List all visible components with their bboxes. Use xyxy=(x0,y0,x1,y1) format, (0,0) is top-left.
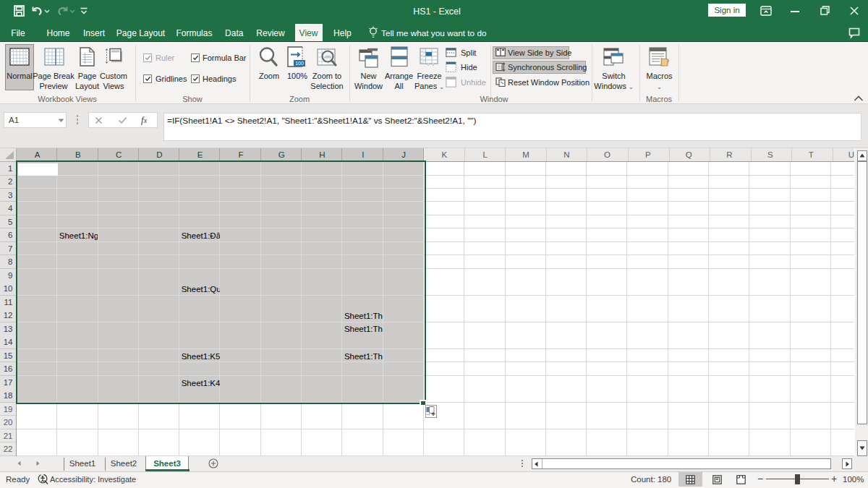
svg-text:100: 100 xyxy=(295,61,304,66)
